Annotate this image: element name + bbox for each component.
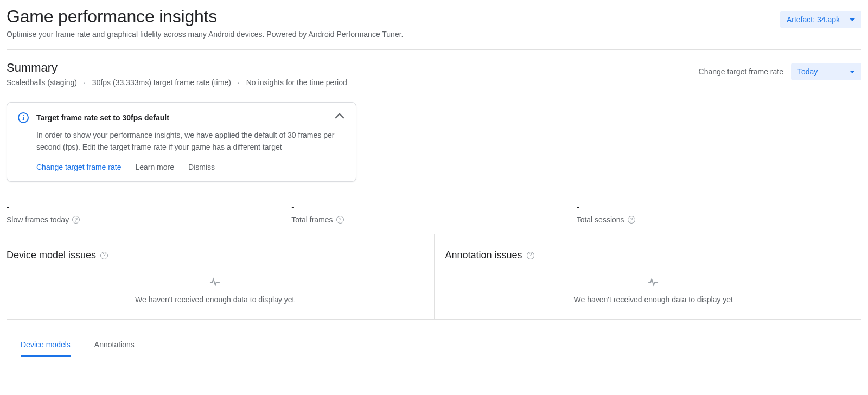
period-selector[interactable]: Today bbox=[791, 63, 861, 80]
issue-title: Annotation issues bbox=[445, 250, 522, 261]
page-subtitle: Optimise your frame rate and graphical f… bbox=[7, 30, 403, 39]
separator: · bbox=[84, 78, 86, 87]
change-frame-rate-button[interactable]: Change target frame rate bbox=[36, 163, 121, 171]
summary-header: Summary Scaledballs (staging) · 30fps (3… bbox=[7, 61, 861, 87]
stat-value: - bbox=[577, 202, 861, 212]
summary-title: Summary bbox=[7, 61, 347, 75]
change-frame-rate-label: Change target frame rate bbox=[699, 67, 783, 76]
annotation-issues: Annotation issues ? We haven't received … bbox=[435, 234, 862, 319]
help-icon[interactable]: ? bbox=[628, 216, 635, 224]
stat-total-sessions: - Total sessions ? bbox=[577, 202, 861, 224]
tabs: Device models Annotations bbox=[7, 320, 861, 357]
pulse-icon bbox=[209, 276, 221, 290]
issue-title: Device model issues bbox=[7, 250, 96, 261]
info-card-title: Target frame rate set to 30fps default bbox=[36, 113, 329, 122]
period-selected: Today bbox=[797, 67, 818, 76]
artefact-selector[interactable]: Artefact: 34.apk bbox=[780, 11, 861, 28]
info-card: i Target frame rate set to 30fps default… bbox=[7, 102, 356, 182]
artefact-label: Artefact: 34.apk bbox=[787, 15, 840, 24]
empty-message: We haven't received enough data to displ… bbox=[7, 295, 423, 304]
tab-device-models[interactable]: Device models bbox=[21, 335, 71, 357]
caret-down-icon bbox=[850, 71, 855, 73]
summary-meta: Scaledballs (staging) · 30fps (33.333ms)… bbox=[7, 78, 347, 87]
info-icon: i bbox=[18, 112, 29, 123]
stat-label: Total sessions bbox=[577, 215, 624, 224]
stat-value: - bbox=[291, 202, 576, 212]
info-card-body: In order to show your performance insigh… bbox=[36, 130, 345, 153]
help-icon[interactable]: ? bbox=[100, 252, 108, 259]
stat-slow-frames: - Slow frames today ? bbox=[7, 202, 291, 224]
stat-value: - bbox=[7, 202, 291, 212]
learn-more-button[interactable]: Learn more bbox=[135, 163, 174, 171]
pulse-icon bbox=[647, 276, 659, 290]
collapse-toggle[interactable] bbox=[335, 113, 344, 123]
page-title: Game performance insights bbox=[7, 7, 403, 27]
help-icon[interactable]: ? bbox=[72, 216, 80, 224]
issues-row: Device model issues ? We haven't receive… bbox=[7, 234, 861, 320]
device-model-issues: Device model issues ? We haven't receive… bbox=[7, 234, 435, 319]
summary-project: Scaledballs (staging) bbox=[7, 78, 77, 87]
stats-row: - Slow frames today ? - Total frames ? -… bbox=[7, 202, 861, 234]
dismiss-button[interactable]: Dismiss bbox=[188, 163, 215, 171]
separator: · bbox=[238, 78, 240, 87]
summary-target-fps: 30fps (33.333ms) target frame rate (time… bbox=[92, 78, 231, 87]
summary-status: No insights for the time period bbox=[246, 78, 347, 87]
stat-label: Slow frames today bbox=[7, 215, 69, 224]
caret-down-icon bbox=[850, 18, 855, 21]
page-header: Game performance insights Optimise your … bbox=[7, 7, 861, 50]
tab-annotations[interactable]: Annotations bbox=[94, 335, 135, 357]
empty-message: We haven't received enough data to displ… bbox=[445, 295, 862, 304]
help-icon[interactable]: ? bbox=[527, 252, 534, 259]
help-icon[interactable]: ? bbox=[336, 216, 344, 224]
stat-label: Total frames bbox=[291, 215, 333, 224]
stat-total-frames: - Total frames ? bbox=[291, 202, 576, 224]
